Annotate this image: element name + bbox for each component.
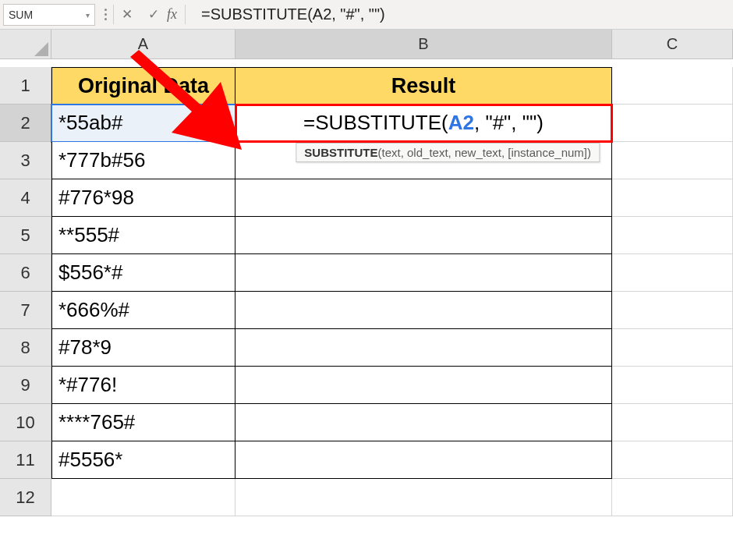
cell-A7[interactable]: *666%# [51, 292, 235, 329]
col-header-C[interactable]: C [612, 30, 733, 59]
x-icon: ✕ [122, 6, 133, 23]
row-header-3[interactable]: 3 [0, 142, 51, 179]
cell-B8[interactable] [235, 329, 612, 367]
select-all-corner[interactable] [0, 30, 51, 59]
cell-C1[interactable] [612, 67, 733, 105]
formula-bar: SUM ▾ ✕ ✓ fx =SUBSTITUTE(A2, "#", "") [0, 0, 733, 30]
cell-C5[interactable] [612, 217, 733, 254]
check-icon: ✓ [148, 6, 159, 23]
function-tooltip: SUBSTITUTE(text, old_text, new_text, [in… [296, 143, 600, 162]
cell-A10[interactable]: ****765# [51, 404, 235, 441]
formula-text: =SUBSTITUTE(A2, "#", "") [201, 5, 385, 23]
cell-B11[interactable] [235, 441, 612, 479]
cell-C9[interactable] [612, 367, 733, 404]
row-header-4[interactable]: 4 [0, 179, 51, 217]
cell-A12[interactable] [51, 479, 235, 516]
cell-C6[interactable] [612, 254, 733, 292]
chevron-down-icon[interactable]: ▾ [86, 11, 90, 19]
cell-A8[interactable]: #78*9 [51, 329, 235, 367]
cell-C2[interactable] [612, 105, 733, 142]
cell-C3[interactable] [612, 142, 733, 179]
name-box[interactable]: SUM ▾ [3, 4, 95, 26]
cell-B5[interactable] [235, 217, 612, 254]
cell-B10[interactable] [235, 404, 612, 441]
drag-handle-icon[interactable] [98, 0, 113, 29]
spreadsheet-grid: A B C 1 Original Data Result 2 *55ab# =S… [0, 30, 733, 516]
row-header-8[interactable]: 8 [0, 329, 51, 367]
row-header-12[interactable]: 12 [0, 479, 51, 516]
cell-A4[interactable]: #776*98 [51, 179, 235, 217]
row-header-1[interactable]: 1 [0, 67, 51, 105]
row-header-9[interactable]: 9 [0, 367, 51, 404]
formula-input[interactable]: =SUBSTITUTE(A2, "#", "") [186, 0, 733, 29]
cell-C7[interactable] [612, 292, 733, 329]
cancel-button[interactable]: ✕ [114, 0, 140, 29]
cell-B2[interactable]: =SUBSTITUTE(A2, "#", "") SUBSTITUTE(text… [235, 105, 612, 142]
cell-B1[interactable]: Result [235, 67, 612, 105]
cell-A2[interactable]: *55ab# [51, 105, 235, 142]
cell-B4[interactable] [235, 179, 612, 217]
row-header-2[interactable]: 2 [0, 105, 51, 142]
row-header-6[interactable]: 6 [0, 254, 51, 292]
cell-C10[interactable] [612, 404, 733, 441]
row-header-5[interactable]: 5 [0, 217, 51, 254]
cell-B9[interactable] [235, 367, 612, 404]
cell-C11[interactable] [612, 441, 733, 479]
row-header-11[interactable]: 11 [0, 441, 51, 479]
cell-A1[interactable]: Original Data [51, 67, 235, 105]
cell-C4[interactable] [612, 179, 733, 217]
cell-C8[interactable] [612, 329, 733, 367]
cell-C12[interactable] [612, 479, 733, 516]
col-header-A[interactable]: A [51, 30, 235, 59]
col-header-B[interactable]: B [235, 30, 612, 59]
cell-A3[interactable]: *777b#56 [51, 142, 235, 179]
name-box-value: SUM [9, 9, 33, 21]
row-header-7[interactable]: 7 [0, 292, 51, 329]
cell-A5[interactable]: **555# [51, 217, 235, 254]
cell-A9[interactable]: *#776! [51, 367, 235, 404]
row-header-10[interactable]: 10 [0, 404, 51, 441]
cell-A11[interactable]: #5556* [51, 441, 235, 479]
editing-formula: =SUBSTITUTE(A2, "#", "") [303, 111, 544, 135]
enter-button[interactable]: ✓ [140, 0, 167, 29]
cell-B12[interactable] [235, 479, 612, 516]
cell-B7[interactable] [235, 292, 612, 329]
cell-B6[interactable] [235, 254, 612, 292]
fx-icon[interactable]: fx [167, 0, 185, 29]
cell-A6[interactable]: $556*# [51, 254, 235, 292]
